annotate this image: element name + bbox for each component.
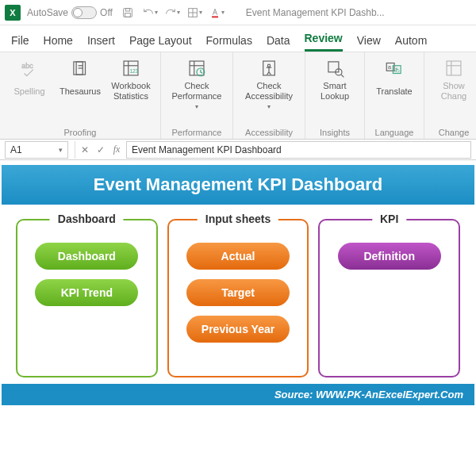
font-color-icon[interactable]: ▾ — [208, 4, 225, 21]
group-insights: Smart Lookup Insights — [305, 52, 365, 139]
tab-home[interactable]: Home — [44, 34, 73, 52]
group-label: Accessibility — [245, 126, 293, 137]
tab-formulas[interactable]: Formulas — [206, 34, 252, 52]
titlebar: X AutoSave Off ▾ ▾ ▾ ▾ Event Management … — [0, 0, 476, 25]
pill-previous-year[interactable]: Previous Year — [186, 316, 290, 343]
show-changes-button[interactable]: Show Chang — [431, 56, 476, 102]
workbook-statistics-button[interactable]: 123 Workbook Statistics — [108, 56, 154, 102]
formula-text: Event Management KPI Dashboard — [132, 144, 282, 155]
name-box[interactable]: A1 ▾ — [5, 141, 68, 159]
lookup-icon — [324, 57, 346, 79]
panel-title: Input sheets — [198, 213, 278, 225]
tab-data[interactable]: Data — [267, 34, 290, 52]
check-accessibility-button[interactable]: Check Accessibility ▾ — [240, 56, 298, 110]
pill-dashboard[interactable]: Dashboard — [35, 243, 138, 270]
translate-button[interactable]: aあ Translate — [371, 56, 417, 102]
panel-dashboard: Dashboard Dashboard KPI Trend — [16, 219, 158, 377]
formula-bar: A1 ▾ ✕ ✓ fx Event Management KPI Dashboa… — [0, 140, 476, 160]
chevron-down-icon[interactable]: ▾ — [59, 146, 63, 154]
formula-input[interactable]: Event Management KPI Dashboard — [126, 141, 471, 159]
svg-text:abc: abc — [21, 62, 33, 70]
panel-title: Dashboard — [50, 213, 124, 225]
tab-insert[interactable]: Insert — [87, 34, 115, 52]
dashboard-footer: Source: WWW.PK-AnExcelExpert.Com — [2, 384, 474, 405]
translate-icon: aあ — [383, 57, 405, 79]
panel-kpi: KPI Definition — [318, 219, 460, 377]
svg-text:a: a — [388, 63, 392, 71]
stats-icon: 123 — [120, 57, 142, 79]
autosave-label: AutoSave — [27, 7, 68, 18]
group-language: aあ Translate Language — [365, 52, 424, 139]
panel-title: KPI — [372, 213, 406, 225]
tab-view[interactable]: View — [357, 34, 381, 52]
excel-app-icon: X — [5, 5, 21, 21]
enter-icon[interactable]: ✓ — [94, 144, 107, 155]
pill-kpi-trend[interactable]: KPI Trend — [35, 279, 138, 306]
group-label: Language — [375, 126, 414, 137]
toggle-switch[interactable] — [71, 6, 97, 19]
cancel-icon[interactable]: ✕ — [79, 144, 91, 155]
panel-input-sheets: Input sheets Actual Target Previous Year — [167, 219, 309, 377]
pill-actual[interactable]: Actual — [186, 243, 290, 270]
group-label: Insights — [320, 126, 350, 137]
tab-file[interactable]: File — [11, 34, 29, 52]
autosave-toggle[interactable]: AutoSave Off — [27, 6, 113, 19]
group-performance: Check Performance ▾ Performance — [161, 52, 233, 139]
group-label: Proofing — [64, 126, 97, 137]
group-changes: Show Chang Change — [424, 52, 476, 139]
group-label: Performance — [172, 126, 222, 137]
group-proofing: abc Spelling Thesaurus 123 Workbook Stat… — [0, 52, 161, 139]
smart-lookup-button[interactable]: Smart Lookup — [312, 56, 358, 102]
autosave-state: Off — [100, 7, 113, 18]
panels-row: Dashboard Dashboard KPI Trend Input shee… — [2, 205, 474, 384]
pill-target[interactable]: Target — [186, 279, 290, 306]
spelling-icon: abc — [18, 57, 40, 79]
ribbon-tabs: File Home Insert Page Layout Formulas Da… — [0, 25, 476, 52]
cell-reference: A1 — [10, 144, 22, 155]
group-label: Change — [439, 126, 470, 137]
svg-rect-22 — [328, 62, 339, 72]
svg-text:あ: あ — [394, 66, 400, 73]
dashboard-title: Event Management KPI Dashboard — [2, 165, 474, 205]
dashboard-wrapper: Event Management KPI Dashboard Dashboard… — [2, 165, 474, 405]
svg-point-21 — [267, 64, 270, 67]
formula-buttons: ✕ ✓ fx — [75, 144, 126, 155]
chevron-down-icon: ▾ — [267, 103, 271, 110]
thesaurus-button[interactable]: Thesaurus — [57, 56, 103, 102]
spelling-button[interactable]: abc Spelling — [6, 56, 52, 102]
fx-icon[interactable]: fx — [110, 144, 123, 155]
check-performance-button[interactable]: Check Performance ▾ — [167, 56, 226, 110]
borders-icon[interactable]: ▾ — [186, 4, 203, 21]
svg-text:123: 123 — [129, 68, 138, 74]
svg-line-24 — [341, 75, 344, 77]
group-accessibility: Check Accessibility ▾ Accessibility — [233, 52, 305, 139]
chevron-down-icon: ▾ — [195, 103, 198, 110]
tab-automate[interactable]: Autom — [395, 34, 427, 52]
thesaurus-icon — [69, 57, 91, 79]
worksheet-area[interactable]: Event Management KPI Dashboard Dashboard… — [0, 160, 476, 405]
svg-rect-2 — [125, 13, 131, 17]
redo-icon[interactable]: ▾ — [163, 4, 181, 21]
quick-access-toolbar: ▾ ▾ ▾ ▾ — [119, 4, 225, 21]
access-icon — [258, 57, 280, 79]
svg-rect-1 — [125, 8, 129, 10]
changes-icon — [443, 57, 465, 79]
save-icon[interactable] — [119, 4, 136, 21]
ribbon: abc Spelling Thesaurus 123 Workbook Stat… — [0, 52, 476, 140]
pill-definition[interactable]: Definition — [338, 243, 441, 270]
tab-review[interactable]: Review — [305, 32, 343, 52]
tab-page-layout[interactable]: Page Layout — [129, 34, 192, 52]
document-title: Event Management KPI Dashb... — [246, 7, 471, 18]
svg-rect-29 — [447, 61, 461, 75]
undo-icon[interactable]: ▾ — [141, 4, 159, 21]
perf-icon — [186, 57, 208, 79]
